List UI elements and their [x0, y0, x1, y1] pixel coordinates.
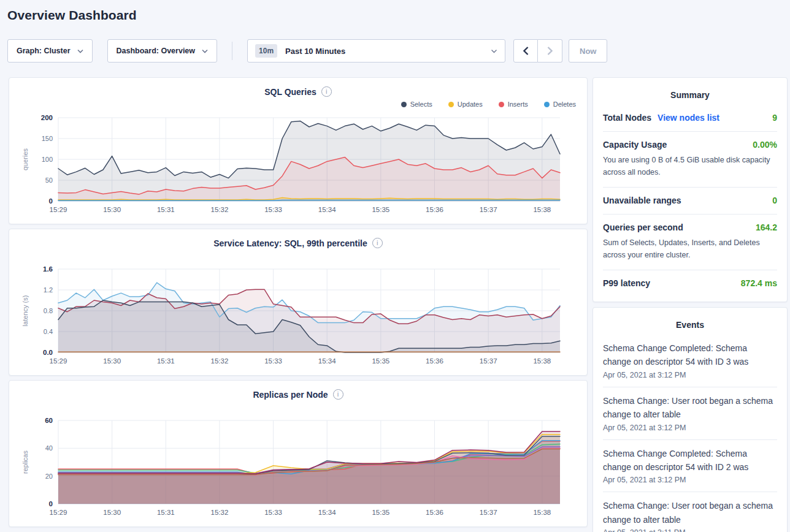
svg-text:15:37: 15:37 — [480, 357, 497, 365]
event-timestamp: Apr 05, 2021 at 3:12 PM — [603, 371, 777, 379]
chart-legend: SelectsUpdatesInsertsDeletes — [19, 97, 577, 112]
svg-text:15:34: 15:34 — [318, 509, 336, 516]
unavailable-ranges-label: Unavailable ranges — [603, 196, 681, 205]
svg-text:60: 60 — [45, 417, 53, 424]
svg-text:40: 40 — [45, 444, 53, 452]
time-range-selector[interactable]: 10m Past 10 Minutes — [247, 39, 505, 63]
sidebar: Summary Total Nodes View nodes list 9 Ca… — [592, 77, 788, 532]
service-latency-chart[interactable]: 0.00.40.81.21.615:2915:3015:3115:3215:33… — [19, 263, 578, 372]
time-next-button[interactable] — [538, 39, 562, 63]
svg-text:15:33: 15:33 — [264, 357, 282, 365]
svg-text:0.4: 0.4 — [44, 328, 53, 335]
dashboard-dropdown[interactable]: Dashboard: Overview — [107, 39, 218, 63]
chevron-left-icon — [523, 47, 529, 55]
info-icon[interactable]: i — [372, 238, 383, 248]
legend-dot-icon — [499, 102, 504, 107]
chart-title-row: Replicas per Node i — [19, 389, 577, 400]
svg-text:15:38: 15:38 — [533, 206, 551, 213]
legend-item[interactable]: Deletes — [544, 101, 576, 108]
svg-text:15:30: 15:30 — [103, 357, 121, 365]
time-prev-button[interactable] — [513, 39, 538, 63]
summary-row-total-nodes: Total Nodes View nodes list 9 — [603, 105, 777, 132]
event-text: Schema Change Completed: Schema change o… — [603, 341, 777, 369]
events-title: Events — [603, 320, 777, 330]
event-item[interactable]: Schema Change Completed: Schema change o… — [603, 335, 777, 387]
charts-column: SQL Queries i SelectsUpdatesInsertsDelet… — [9, 77, 588, 527]
svg-text:0: 0 — [49, 500, 53, 507]
info-icon[interactable]: i — [333, 389, 343, 400]
sql-queries-chart-card: SQL Queries i SelectsUpdatesInsertsDelet… — [9, 77, 588, 224]
svg-text:15:37: 15:37 — [480, 206, 497, 213]
svg-text:latency (s): latency (s) — [21, 295, 29, 327]
summary-title: Summary — [603, 90, 777, 100]
graph-dropdown[interactable]: Graph: Cluster — [7, 39, 93, 63]
capacity-usage-description: You are using 0 B of 4.5 GiB usable disk… — [603, 154, 777, 178]
chart-title: SQL Queries — [264, 87, 316, 97]
legend-label: Updates — [458, 101, 483, 108]
dashboard-dropdown-label: Dashboard: Overview — [117, 47, 196, 55]
svg-text:15:33: 15:33 — [264, 206, 282, 213]
svg-text:15:33: 15:33 — [264, 509, 282, 516]
legend-dot-icon — [544, 102, 550, 107]
qps-value: 164.2 — [756, 222, 777, 232]
page-title: Overview Dashboard — [7, 8, 790, 23]
svg-text:15:36: 15:36 — [426, 357, 443, 365]
unavailable-ranges-value: 0 — [772, 196, 777, 205]
event-item[interactable]: Schema Change: User root began a schema … — [603, 492, 777, 532]
chart-title-row: Service Latency: SQL, 99th percentile i — [19, 238, 577, 248]
legend-item[interactable]: Inserts — [499, 101, 528, 108]
svg-text:15:32: 15:32 — [211, 509, 229, 516]
svg-text:0.8: 0.8 — [44, 307, 53, 314]
svg-text:15:36: 15:36 — [426, 206, 443, 213]
svg-text:15:36: 15:36 — [426, 509, 443, 516]
now-button[interactable]: Now — [569, 39, 607, 63]
event-text: Schema Change Completed: Schema change o… — [603, 447, 777, 474]
capacity-usage-label: Capacity Usage — [603, 140, 667, 150]
chart-title: Service Latency: SQL, 99th percentile — [213, 238, 367, 248]
event-timestamp: Apr 05, 2021 at 3:12 PM — [603, 476, 777, 484]
svg-text:1.6: 1.6 — [43, 265, 53, 273]
service-latency-chart-card: Service Latency: SQL, 99th percentile i … — [9, 229, 588, 376]
event-text: Schema Change: User root began a schema … — [603, 499, 777, 526]
svg-text:15:29: 15:29 — [50, 357, 67, 365]
svg-text:15:38: 15:38 — [533, 509, 551, 516]
svg-text:200: 200 — [41, 114, 53, 121]
sql-queries-chart[interactable]: 05010015020015:2915:3015:3115:3215:3315:… — [19, 112, 578, 221]
svg-text:15:30: 15:30 — [103, 509, 121, 516]
svg-text:15:30: 15:30 — [103, 206, 121, 213]
summary-row-unavailable-ranges: Unavailable ranges 0 — [603, 188, 777, 215]
chevron-down-icon — [77, 49, 83, 53]
svg-text:15:37: 15:37 — [480, 509, 497, 516]
replicas-per-node-chart[interactable]: 020406015:2915:3015:3115:3215:3315:3415:… — [19, 414, 578, 523]
event-item[interactable]: Schema Change: User root began a schema … — [603, 387, 777, 440]
svg-text:20: 20 — [45, 473, 53, 480]
legend-item[interactable]: Selects — [401, 101, 432, 108]
svg-text:50: 50 — [45, 177, 53, 184]
summary-row-qps: Queries per second 164.2 Sum of Selects,… — [603, 215, 777, 270]
toolbar-divider — [232, 42, 232, 60]
svg-text:15:35: 15:35 — [372, 509, 389, 516]
svg-text:1.2: 1.2 — [44, 286, 53, 294]
svg-text:15:29: 15:29 — [50, 509, 67, 516]
event-item[interactable]: Schema Change Completed: Schema change o… — [603, 440, 777, 493]
legend-label: Inserts — [508, 101, 528, 108]
svg-text:15:34: 15:34 — [318, 206, 336, 213]
legend-spacer — [19, 248, 577, 263]
svg-text:15:32: 15:32 — [211, 206, 229, 213]
summary-row-p99-latency: P99 latency 872.4 ms — [603, 270, 777, 297]
legend-item[interactable]: Updates — [448, 101, 483, 108]
graph-dropdown-label: Graph: Cluster — [17, 47, 71, 55]
info-icon[interactable]: i — [321, 86, 332, 97]
svg-text:0: 0 — [49, 197, 53, 205]
svg-text:0.0: 0.0 — [43, 349, 53, 356]
legend-dot-icon — [401, 102, 407, 107]
qps-description: Sum of Selects, Updates, Inserts, and De… — [603, 237, 777, 261]
p99-latency-value: 872.4 ms — [741, 278, 777, 288]
total-nodes-value: 9 — [772, 113, 777, 123]
chart-title-row: SQL Queries i — [19, 86, 577, 97]
svg-text:150: 150 — [42, 135, 53, 142]
summary-row-capacity: Capacity Usage 0.00% You are using 0 B o… — [603, 132, 777, 188]
svg-text:100: 100 — [42, 156, 53, 163]
view-nodes-list-link[interactable]: View nodes list — [658, 113, 719, 123]
legend-spacer — [19, 400, 577, 414]
